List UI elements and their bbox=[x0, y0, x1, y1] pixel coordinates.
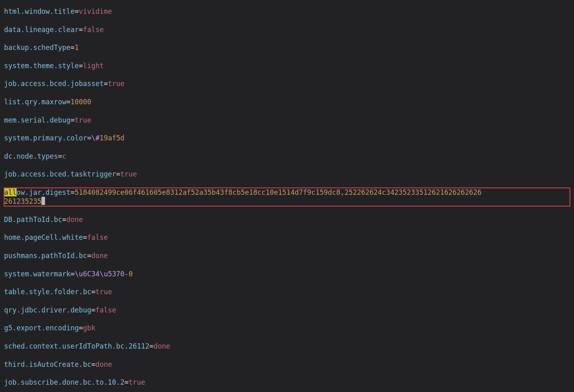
equals-sign: = bbox=[58, 152, 62, 160]
config-line: DB.pathToId.bc=done bbox=[4, 215, 570, 224]
config-line: sched.context.userIdToPath.bc.26112=done bbox=[4, 342, 570, 351]
equals-sign: = bbox=[104, 80, 108, 88]
prop-value: done bbox=[153, 342, 170, 350]
config-line: allow.jar.digest=5184082499ce06f461605e8… bbox=[4, 188, 570, 206]
prop-key: html.window.title bbox=[4, 7, 75, 15]
equals-sign: = bbox=[79, 26, 83, 34]
equals-sign: = bbox=[91, 288, 95, 296]
prop-value: true bbox=[108, 80, 125, 88]
equals-sign: = bbox=[71, 116, 75, 124]
prop-value: done bbox=[95, 360, 112, 368]
prop-value: true bbox=[120, 170, 137, 178]
config-line: data.lineage.clear=false bbox=[4, 25, 570, 34]
config-line: list.qry.maxrow=10000 bbox=[4, 97, 570, 106]
config-line: third.isAutoCreate.bc=done bbox=[4, 360, 570, 369]
code-editor[interactable]: html.window.title=vividime data.lineage.… bbox=[0, 7, 574, 392]
prop-key: backup.schedType bbox=[4, 43, 71, 52]
prop-value: 1 bbox=[75, 43, 79, 52]
prop-value: vividime bbox=[79, 7, 112, 15]
config-line: job.access.bced.jobasset=true bbox=[4, 79, 570, 88]
equals-sign: = bbox=[149, 342, 153, 350]
config-line: system.watermark=\u6C34\u5370-0 bbox=[4, 269, 570, 278]
prop-key: dc.node.types bbox=[4, 152, 58, 160]
config-line: qry.jdbc.driver.debug=false bbox=[4, 306, 570, 314]
config-line: g5.export.encoding=gbk bbox=[4, 323, 570, 332]
equals-sign: = bbox=[62, 215, 66, 224]
prop-value: 10000 bbox=[71, 98, 91, 106]
prop-value: false bbox=[87, 233, 108, 241]
prop-value: gbk bbox=[83, 324, 95, 332]
equals-sign: = bbox=[125, 378, 129, 386]
prop-key: mem.serial.debug bbox=[4, 116, 71, 124]
prop-key: system.watermark bbox=[4, 270, 71, 278]
equals-sign: = bbox=[87, 252, 91, 260]
config-line: pushmans.pathToId.bc=done bbox=[4, 251, 570, 260]
equals-sign: = bbox=[116, 170, 120, 178]
prop-key: sched.context.userIdToPath.bc.26112 bbox=[4, 342, 149, 350]
prop-value: c bbox=[62, 152, 66, 160]
prop-key: qry.jdbc.driver.debug bbox=[4, 306, 91, 314]
text-cursor bbox=[41, 197, 45, 205]
prop-key: data.lineage.clear bbox=[4, 26, 79, 34]
prop-key: third.isAutoCreate.bc bbox=[4, 360, 91, 368]
prop-value: done bbox=[67, 215, 83, 224]
prop-key: list.qry.maxrow bbox=[4, 98, 67, 106]
equals-sign: = bbox=[79, 62, 83, 70]
config-line: job.subscribe.done.bc.to.10.2=true bbox=[4, 378, 570, 387]
equals-sign: = bbox=[67, 98, 71, 106]
prop-value-continued: 261235235 bbox=[4, 197, 41, 205]
config-line: home.pageCell.white=false bbox=[4, 233, 570, 242]
prop-value: done bbox=[91, 252, 108, 260]
prop-value: true bbox=[75, 116, 91, 124]
prop-value: 5184082499ce06f461605e8312af52a35b43f8cb… bbox=[75, 188, 482, 196]
equals-sign: = bbox=[71, 43, 75, 52]
prop-key: g5.export.encoding bbox=[4, 324, 79, 332]
prop-key: system.primary.color bbox=[4, 134, 87, 142]
prop-key: ow.jar.digest bbox=[17, 188, 71, 196]
prop-value: 19af5d bbox=[99, 134, 124, 142]
prop-key: table.style.folder.bc bbox=[4, 288, 91, 296]
config-line: job.access.bced.tasktrigger=true bbox=[4, 170, 570, 179]
prop-value: true bbox=[129, 378, 145, 386]
config-line: backup.schedType=1 bbox=[4, 43, 570, 52]
config-line: html.window.title=vividime bbox=[4, 7, 570, 16]
equals-sign: = bbox=[71, 188, 75, 196]
prop-value: false bbox=[83, 26, 103, 34]
config-line: table.style.folder.bc=true bbox=[4, 287, 570, 296]
prop-key: DB.pathToId.bc bbox=[4, 215, 62, 224]
equals-sign: = bbox=[91, 360, 95, 368]
config-line: system.primary.color=\#19af5d bbox=[4, 134, 570, 142]
equals-sign: = bbox=[79, 324, 83, 332]
prop-key: home.pageCell.white bbox=[4, 233, 83, 241]
equals-sign: = bbox=[87, 134, 91, 142]
prop-key: job.access.bced.jobasset bbox=[4, 80, 104, 88]
prop-value: true bbox=[95, 288, 112, 296]
config-line: mem.serial.debug=true bbox=[4, 116, 570, 125]
equals-sign: = bbox=[91, 306, 95, 314]
prop-value: light bbox=[83, 62, 103, 70]
equals-sign: = bbox=[71, 270, 75, 278]
equals-sign: = bbox=[75, 7, 79, 15]
config-line: system.theme.style=light bbox=[4, 61, 570, 70]
search-highlight: all bbox=[4, 188, 17, 196]
equals-sign: = bbox=[83, 233, 87, 241]
prop-key: pushmans.pathToId.bc bbox=[4, 252, 87, 260]
prop-value: false bbox=[95, 306, 116, 314]
config-line: dc.node.types=c bbox=[4, 152, 570, 161]
prop-key: job.subscribe.done.bc.to.10.2 bbox=[4, 378, 125, 386]
prop-key: job.access.bced.tasktrigger bbox=[4, 170, 116, 178]
prop-key: system.theme.style bbox=[4, 62, 79, 70]
prop-value: \u6C34\u5370 bbox=[75, 270, 125, 278]
